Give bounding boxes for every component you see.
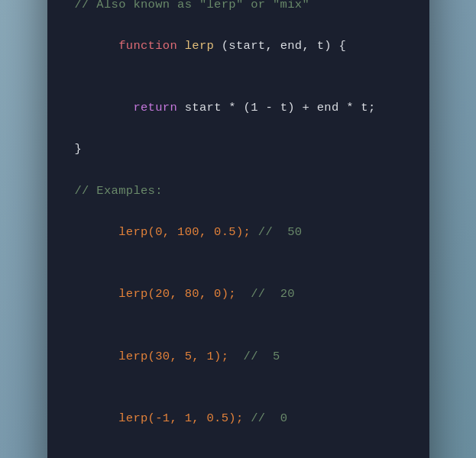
- ex1-comment: // 50: [251, 225, 302, 239]
- keyword-return: return: [118, 101, 177, 114]
- example-2: lerp(20, 80, 0); // 20: [75, 263, 402, 325]
- function-params: (start, end, t) {: [222, 39, 346, 53]
- ex2-comment: // 20: [236, 287, 295, 301]
- ex1-call: lerp(0, 100, 0.5);: [118, 225, 251, 239]
- example-3: lerp(30, 5, 1); // 5: [75, 326, 402, 388]
- return-body: start * (1 - t) + end * t;: [177, 101, 376, 114]
- close-brace: }: [75, 139, 402, 160]
- keyword-function: function: [118, 39, 177, 53]
- return-line: return start * (1 - t) + end * t;: [75, 77, 402, 139]
- examples-comment: // Examples:: [75, 181, 402, 202]
- function-declaration: function lerp (start, end, t) {: [75, 15, 402, 77]
- ex4-call: lerp(-1, 1, 0.5);: [118, 411, 243, 425]
- ex4-comment: // 0: [244, 411, 288, 425]
- code-window: // Linear Interpolation // Also known as…: [47, 0, 429, 458]
- code-editor: // Linear Interpolation // Also known as…: [47, 0, 429, 458]
- ex3-call: lerp(30, 5, 1);: [118, 350, 228, 363]
- function-name: lerp: [177, 39, 222, 53]
- comment-line-2: // Also known as "lerp" or "mix": [75, 0, 402, 15]
- ex2-call: lerp(20, 80, 0);: [118, 287, 236, 301]
- example-5: lerp(0.5, 1, 0.5); // 0.75: [75, 450, 402, 458]
- blank-line: [75, 160, 402, 181]
- example-4: lerp(-1, 1, 0.5); // 0: [75, 388, 402, 450]
- example-1: lerp(0, 100, 0.5); // 50: [75, 202, 402, 263]
- ex3-comment: // 5: [228, 350, 280, 363]
